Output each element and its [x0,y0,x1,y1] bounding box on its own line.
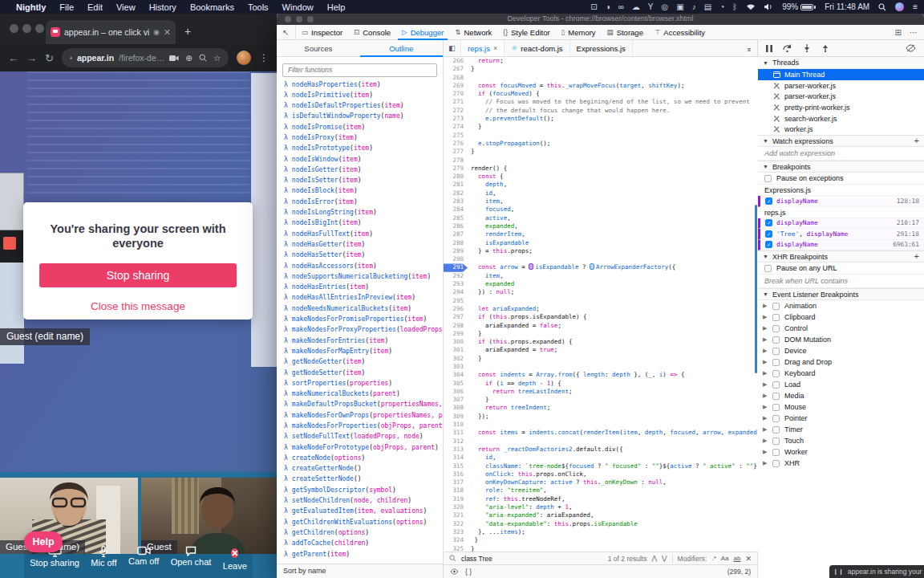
outline-item-nodeisdefaultproperties[interactable]: λnodeIsDefaultProperties(item) [277,100,443,111]
breakpoint-group-reps-js[interactable]: reps.js [758,207,924,218]
event-category-animation[interactable]: ▶Animation [758,300,924,311]
line-number[interactable]: 320 [444,503,468,511]
source-tab-reps-js[interactable]: reps.js× [461,40,505,56]
tab-close-icon[interactable]: ✕ [164,27,171,38]
tab-debugger[interactable]: ▷Debugger [396,25,449,39]
tab-accessibility[interactable]: ⊤Accessibility [649,25,711,39]
thread-pretty-print-worker-js[interactable]: pretty-print-worker.js [758,102,924,113]
pause-on-any-url[interactable]: Pause on any URL [758,263,924,275]
expand-arrow-icon[interactable]: ▶ [763,438,768,444]
pause-icon[interactable] [766,45,772,52]
wifi-icon[interactable] [746,3,756,10]
line-number[interactable]: 304 [444,371,468,379]
collapse-twisty-icon[interactable]: ▼ [763,164,768,169]
new-tab-button[interactable]: + [184,25,191,38]
line-number[interactable]: 324 [444,536,468,544]
breakpoint-checkbox[interactable]: ✓ [765,219,772,226]
thread-search-worker-js[interactable]: search-worker.js [758,113,924,124]
page-zoom-icon[interactable] [199,54,207,62]
stop-sharing-button[interactable]: Stop sharing [39,263,237,287]
collapse-twisty-icon[interactable]: ▼ [763,254,768,259]
line-number[interactable]: 313 [444,446,468,454]
expand-arrow-icon[interactable]: ▶ [763,393,768,399]
expand-arrow-icon[interactable]: ▶ [763,370,768,377]
line-number[interactable]: 323 [444,528,468,536]
expand-arrow-icon[interactable]: ▶ [763,460,768,466]
tab-network[interactable]: ⇅Network [449,25,497,39]
search-query[interactable]: class Tree [461,555,492,563]
regex-toggle[interactable]: .* [711,555,715,562]
siri-icon[interactable] [895,2,904,11]
collapse-twisty-icon[interactable]: ▼ [763,138,768,144]
event-category-clipboard[interactable]: ▶Clipboard [758,311,924,323]
inline-breakpoint-marker[interactable] [529,263,533,270]
bell-icon[interactable]: ♪ [692,2,696,11]
tab-audio-icon[interactable]: ◉ [153,28,160,36]
event-category-checkbox[interactable] [772,359,780,366]
minimize-window-button[interactable] [22,24,31,33]
sort-by-name-button[interactable]: Sort by name [277,564,444,578]
line-number[interactable]: 290 [444,255,468,263]
step-out-icon[interactable] [821,44,829,52]
notification-center-icon[interactable]: ≡ [913,2,918,11]
tab-console[interactable]: ⊡Console [348,25,396,39]
line-number[interactable]: 322 [444,520,468,528]
outline-item-makedefaultpropsbucket[interactable]: λmakeDefaultPropsBucket(propertiesNames,… [277,399,443,409]
breakpoint-entry[interactable]: ✓displayName128:10 [758,196,924,207]
event-category-drag-and-drop[interactable]: ▶Drag and Drop [758,356,924,368]
menu-history[interactable]: History [149,2,176,12]
outline-item-nodeisblock[interactable]: λnodeIsBlock(item) [277,185,443,196]
line-number[interactable]: 312 [444,438,468,446]
event-category-device[interactable]: ▶Device [758,345,924,356]
menu-nightly[interactable]: Nightly [16,2,46,12]
book-icon[interactable]: ▤ [704,2,711,11]
line-number[interactable]: 311 [444,429,468,437]
tab-sources[interactable]: Sources [277,40,360,56]
outline-item-nodeisgetter[interactable]: λnodeIsGetter(item) [277,165,443,175]
event-category-checkbox[interactable] [772,303,780,310]
help-button[interactable]: Help [24,531,63,552]
tab-outline[interactable]: Outline [360,40,444,56]
line-number[interactable]: 292 [444,272,468,280]
line-number[interactable]: 301 [444,346,468,354]
outline-item-nodehasentries[interactable]: λnodeHasEntries(item) [277,282,443,292]
breakpoint-marker[interactable]: 291 [444,263,468,271]
expand-arrow-icon[interactable]: ▶ [763,303,768,309]
thread-parser-worker-js[interactable]: parser-worker.js [758,80,924,92]
add-xhr-breakpoints-header-icon[interactable]: + [914,252,919,261]
line-number[interactable]: 280 [444,173,468,181]
line-number[interactable]: 278 [444,157,468,165]
outline-item-getsymboldescriptor[interactable]: λgetSymbolDescriptor(symbol) [277,485,443,495]
line-number[interactable]: 275 [444,132,468,140]
line-number[interactable]: 309 [444,413,468,421]
event-category-checkbox[interactable] [772,314,780,321]
breakpoint-group-expressions-js[interactable]: Expressions.js [758,185,924,196]
event-category-checkbox[interactable] [772,393,780,400]
source-editor[interactable]: 266 return;267}268269 const focusMoved =… [444,57,758,552]
expand-arrow-icon[interactable]: ▶ [763,336,768,343]
thread-worker-js[interactable]: worker.js [758,124,924,135]
close-message-link[interactable]: Close this message [34,300,241,312]
profile-avatar[interactable] [237,51,251,65]
leave-button[interactable]: ✕Leave [223,546,247,571]
outline-item-nodeiswindow[interactable]: λnodeIsWindow(item) [277,154,443,165]
expand-arrow-icon[interactable]: ▶ [763,404,768,410]
outline-item-makenodesforownprops[interactable]: λmakeNodesForOwnProps(propertiesNames, p… [277,410,443,421]
hide-panes-icon[interactable]: ◧ [444,40,461,56]
line-number[interactable]: 269 [444,82,468,90]
screenshare-camera-icon[interactable] [169,55,179,62]
screen-sharing-os-notification[interactable]: ❙❙ appear.in is sharing your sc [829,565,924,578]
expand-braces-button[interactable]: { } [465,568,472,576]
outline-item-nodeisbigint[interactable]: λnodeIsBigInt(item) [277,218,443,228]
outline-item-createsetternode[interactable]: λcreateSetterNode() [277,474,443,484]
line-number[interactable]: 273 [444,115,468,123]
search-prev-icon[interactable]: ⋀ [651,555,657,562]
line-number[interactable]: 293 [444,280,468,288]
infinity-icon[interactable]: ∞ [618,2,624,11]
line-number[interactable]: 287 [444,230,468,238]
preview-eye-icon[interactable] [450,568,459,575]
event-category-checkbox[interactable] [772,460,780,467]
outline-item-makenodesformapentry[interactable]: λmakeNodesForMapEntry(item) [277,346,443,356]
tab-style-editor[interactable]: {}Style Editor [497,25,555,39]
event-category-checkbox[interactable] [772,336,780,344]
